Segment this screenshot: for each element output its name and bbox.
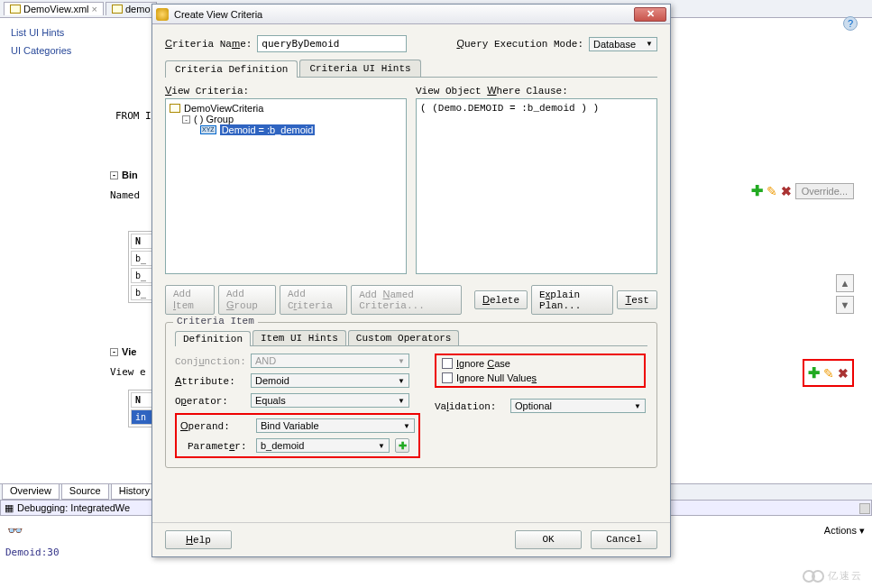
attribute-label: Attribute: (175, 375, 245, 387)
add-group-button[interactable]: Add Group (218, 285, 276, 315)
operator-select[interactable]: Equals ▼ (251, 393, 409, 408)
operand-select[interactable]: Bind Variable ▼ (256, 418, 415, 433)
conjunction-label: Conjunction: (175, 355, 245, 367)
edit-icon[interactable]: ✎ (766, 184, 777, 198)
main-tabs: Criteria Definition Criteria UI Hints (165, 60, 657, 78)
xml-icon (10, 5, 21, 14)
tree-leaf-label: Demoid = :b_demoid (220, 124, 316, 135)
tree-group[interactable]: - ( ) Group (170, 114, 402, 124)
tab-source[interactable]: Source (61, 484, 109, 500)
tree-root[interactable]: DemoViewCriteria (170, 103, 402, 114)
item-form-right: Ignore Case Ignore Null Values Validatio… (435, 354, 646, 458)
parameter-row: Parameter: b_demoid ▼ ✚ (180, 438, 415, 453)
delete-icon[interactable]: ✖ (781, 184, 792, 198)
debug-icon: ▦ (5, 502, 14, 514)
add-icon[interactable]: ✚ (808, 364, 820, 381)
explain-plan-button[interactable]: Explain Plan... (531, 285, 613, 315)
debug-label: Debugging: IntegratedWe (17, 502, 130, 513)
operator-value: Equals (255, 395, 286, 406)
exec-mode-select[interactable]: Database ▼ (589, 37, 657, 51)
operator-label: Operator: (175, 395, 245, 407)
tree-root-label: DemoViewCriteria (184, 103, 263, 114)
ignore-case-checkbox[interactable] (442, 358, 453, 369)
delete-icon[interactable]: ✖ (838, 366, 849, 381)
ignore-null-checkbox[interactable] (442, 372, 453, 383)
add-icon[interactable]: ✚ (751, 182, 763, 199)
actions-menu[interactable]: Actions ▾ (824, 525, 865, 537)
ignore-highlight-box: Ignore Case Ignore Null Values (435, 354, 646, 388)
override-button[interactable]: Override... (795, 183, 854, 199)
view-label: View e (110, 366, 146, 378)
criteria-item-fieldset: Criteria Item Definition Item UI Hints C… (165, 322, 657, 468)
where-clause-col: View Object Where Clause: ( (Demo.DEMOID… (416, 85, 657, 274)
tab-item-ui-hints[interactable]: Item UI Hints (252, 330, 346, 345)
close-button[interactable]: ✕ (634, 7, 666, 22)
conjunction-value: AND (255, 355, 276, 366)
delete-button[interactable]: Delete (474, 290, 528, 309)
tab-custom-operators[interactable]: Custom Operators (348, 330, 460, 345)
add-criteria-button[interactable]: Add Criteria (280, 285, 347, 315)
criteria-split: View Criteria: DemoViewCriteria - ( ) Gr… (165, 85, 657, 274)
collapse-icon[interactable]: - (110, 171, 118, 179)
tree-button-row: Add Item Add Group Add Criteria Add Name… (165, 285, 657, 315)
section-label: Vie (122, 346, 136, 357)
criteria-name-input[interactable] (257, 35, 407, 52)
view-criteria-toolbar-highlight: ✚ ✎ ✖ (803, 359, 854, 387)
tab-overview[interactable]: Overview (2, 484, 60, 500)
ignore-case-label: Ignore Case (456, 358, 510, 369)
criteria-tree[interactable]: DemoViewCriteria - ( ) Group XYZ Demoid … (165, 98, 407, 274)
section-label: Bin (122, 170, 138, 180)
validation-value: Optional (515, 400, 552, 411)
test-button[interactable]: Test (617, 290, 657, 309)
move-down-button[interactable]: ▼ (836, 296, 854, 314)
conjunction-select: AND ▼ (251, 354, 409, 368)
file-tab-demoview[interactable]: DemoView.xml × (4, 2, 104, 15)
chevron-down-icon: ▼ (378, 442, 385, 450)
move-up-button[interactable]: ▲ (836, 274, 854, 292)
dialog-titlebar[interactable]: Create View Criteria ✕ (152, 5, 670, 24)
scroll-corner (859, 503, 870, 514)
validation-select[interactable]: Optional ▼ (510, 399, 646, 413)
tab-definition[interactable]: Definition (175, 331, 251, 346)
conjunction-row: Conjunction: AND ▼ (175, 354, 420, 368)
collapse-icon[interactable]: - (182, 115, 190, 124)
operator-row: Operator: Equals ▼ (175, 393, 420, 408)
section-view-criteria[interactable]: - Vie (110, 346, 136, 357)
ok-button[interactable]: OK (515, 530, 582, 549)
named-label: Named (110, 189, 140, 201)
chevron-down-icon: ▼ (403, 422, 410, 430)
attribute-select[interactable]: Demoid ▼ (251, 373, 409, 388)
dialog-footer: Help OK Cancel (152, 522, 670, 556)
cancel-button[interactable]: Cancel (591, 530, 657, 549)
parameter-select[interactable]: b_demoid ▼ (256, 438, 390, 453)
validation-label: Validation: (435, 400, 505, 412)
help-button[interactable]: Help (165, 530, 232, 549)
item-form: Conjunction: AND ▼ Attribute: Demoid ▼ (175, 354, 647, 458)
ignore-case-row[interactable]: Ignore Case (442, 358, 638, 369)
edit-icon[interactable]: ✎ (823, 366, 834, 381)
file-tab-demo[interactable]: demo (106, 2, 157, 15)
ignore-null-row[interactable]: Ignore Null Values (442, 372, 638, 383)
file-tab-label: DemoView.xml (23, 4, 89, 14)
watermark-text: 亿速云 (828, 569, 863, 583)
tab-criteria-definition[interactable]: Criteria Definition (165, 60, 298, 78)
criteria-icon (170, 104, 180, 113)
where-header: View Object Where Clause: (416, 85, 657, 96)
xml-icon (112, 5, 123, 14)
watermark-icon (812, 570, 824, 583)
tree-leaf-selected[interactable]: XYZ Demoid = :b_demoid (170, 124, 402, 135)
add-named-criteria-button[interactable]: Add Named Criteria... (351, 285, 462, 315)
tab-criteria-ui-hints[interactable]: Criteria UI Hints (299, 60, 420, 77)
binoculars-icon[interactable]: 👓 (7, 523, 23, 537)
chevron-down-icon: ▼ (646, 40, 653, 48)
parameter-value: b_demoid (261, 440, 304, 451)
operand-label: Operand: (180, 420, 251, 432)
view-criteria-header: View Criteria: (165, 85, 407, 96)
criteria-item-legend: Criteria Item (173, 316, 258, 326)
add-parameter-button[interactable]: ✚ (395, 438, 409, 453)
section-bind-vars[interactable]: - Bin (110, 170, 138, 180)
add-item-button[interactable]: Add Item (165, 285, 215, 315)
close-icon[interactable]: × (92, 4, 97, 14)
where-clause-box: ( (Demo.DEMOID = :b_demoid ) ) (416, 98, 657, 274)
collapse-icon[interactable]: - (110, 348, 118, 356)
